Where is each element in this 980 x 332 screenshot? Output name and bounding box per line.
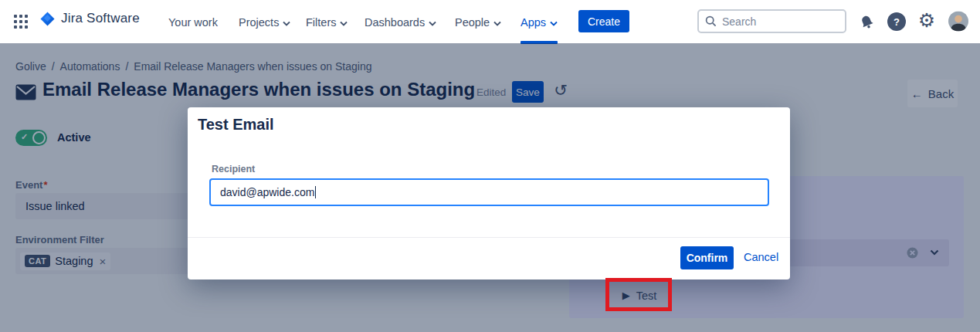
recipient-input[interactable]: david@apwide.com: [209, 178, 769, 206]
user-avatar[interactable]: [948, 11, 968, 31]
settings-gear-icon[interactable]: ⚙: [917, 10, 937, 30]
text-caret: [315, 186, 316, 198]
nav-label: Dashboards: [365, 16, 425, 29]
chevron-down-icon: [283, 21, 290, 26]
dialog-title: Test Email: [198, 116, 274, 134]
nav-item-filters[interactable]: Filters: [306, 15, 348, 30]
top-navigation-bar: Jira Software Your work Projects Filters…: [0, 0, 980, 43]
search-icon: [705, 15, 717, 27]
chevron-down-icon: [550, 21, 558, 26]
nav-item-dashboards[interactable]: Dashboards: [365, 15, 436, 30]
brand-name: Jira Software: [61, 11, 140, 26]
confirm-button[interactable]: Confirm: [680, 246, 734, 269]
question-mark-glyph: ?: [887, 12, 906, 31]
nav-label: Apps: [521, 16, 546, 29]
screen: Jira Software Your work Projects Filters…: [0, 0, 980, 332]
cancel-button[interactable]: Cancel: [744, 251, 778, 263]
recipient-label: Recipient: [212, 164, 255, 174]
help-icon[interactable]: ?: [887, 12, 907, 32]
chevron-down-icon: [340, 21, 348, 26]
notifications-bell-icon[interactable]: [856, 12, 877, 32]
test-email-dialog: Test Email Recipient david@apwide.com Co…: [188, 107, 790, 279]
red-highlight-annotation: [605, 278, 672, 311]
nav-label: Your work: [168, 16, 218, 29]
nav-label: Projects: [239, 16, 279, 29]
chevron-down-icon: [493, 21, 501, 26]
nav-item-people[interactable]: People: [455, 15, 501, 30]
jira-logo[interactable]: Jira Software: [40, 11, 140, 26]
nav-label: People: [455, 16, 490, 29]
nav-item-apps[interactable]: Apps: [521, 15, 558, 30]
avatar-photo: [948, 11, 968, 32]
dialog-divider: [188, 237, 790, 238]
jira-diamond-icon: [40, 12, 55, 26]
chevron-down-icon: [429, 21, 436, 26]
search-input[interactable]: [722, 15, 822, 28]
create-button[interactable]: Create: [578, 10, 629, 32]
nav-label: Filters: [306, 16, 336, 29]
recipient-value: david@apwide.com: [220, 186, 314, 198]
gear-glyph: ⚙: [918, 11, 935, 30]
nav-item-projects[interactable]: Projects: [239, 15, 290, 30]
search-box[interactable]: [697, 9, 846, 33]
nav-item-your-work[interactable]: Your work: [168, 15, 218, 30]
app-switcher-icon[interactable]: [14, 15, 28, 29]
